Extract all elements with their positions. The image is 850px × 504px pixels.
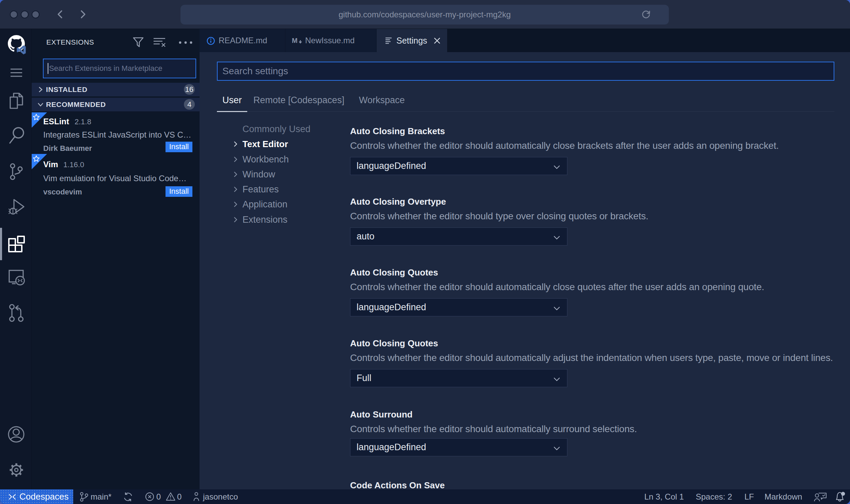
svg-text:M: M [292,37,298,44]
